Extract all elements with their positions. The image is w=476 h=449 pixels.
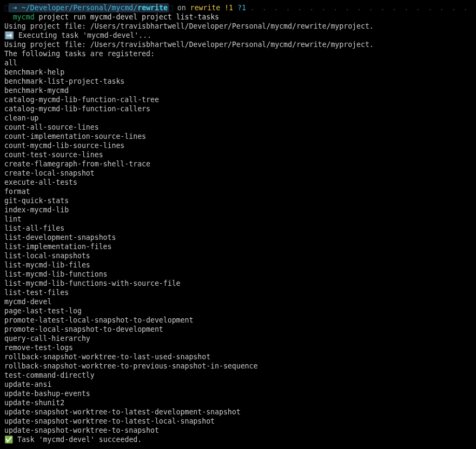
- arrow-icon: ➜: [13, 4, 17, 12]
- task-item: list-implementation-files: [4, 242, 472, 251]
- task-item: count-mycmd-lib-source-lines: [4, 141, 472, 150]
- task-item: list-mycmd-lib-functions: [4, 270, 472, 279]
- task-item: lint: [4, 215, 472, 224]
- task-item: clean-up: [4, 113, 472, 123]
- command-line[interactable]: mycmd project run mycmd-devel project li…: [4, 12, 472, 22]
- output-done-line: ✅ Task 'mycmd-devel' succeeded.: [4, 435, 472, 444]
- task-item: benchmark-mycmd: [4, 86, 472, 95]
- task-item: rollback-snapshot-worktree-to-last-used-…: [4, 352, 472, 361]
- task-item: format: [4, 187, 472, 196]
- prompt-pill: ➜ ~/Developer/Personal/mycmd/rewrite: [9, 3, 169, 12]
- on-word: on: [177, 4, 186, 12]
- task-item: list-test-files: [4, 288, 472, 297]
- task-item: create-flamegraph-from-shell-trace: [4, 159, 472, 169]
- output-using-1: Using project file: /Users/travisbhartwe…: [4, 22, 472, 31]
- prompt-cap-right: : [169, 4, 173, 12]
- task-item: list-mycmd-lib-files: [4, 260, 472, 270]
- task-item: git-quick-stats: [4, 196, 472, 205]
- task-item: page-last-test-log: [4, 306, 472, 316]
- task-item: list-local-snapshots: [4, 251, 472, 260]
- output-using-2: Using project file: /Users/travisbhartwe…: [4, 40, 472, 49]
- task-item: all: [4, 58, 472, 68]
- output-task-heading: The following tasks are registered:: [4, 49, 472, 58]
- task-item: execute-all-tests: [4, 178, 472, 187]
- home-tilde: ~: [22, 4, 26, 12]
- task-item: create-local-snapshot: [4, 169, 472, 178]
- task-item: rollback-snapshot-worktree-to-previous-s…: [4, 361, 472, 371]
- task-item: update-snapshot-worktree-to-latest-local…: [4, 417, 472, 426]
- task-item: update-bashup-events: [4, 389, 472, 398]
- command-program: mycmd: [13, 13, 35, 21]
- task-item: benchmark-list-project-tasks: [4, 77, 472, 86]
- shell-prompt: ➜ ~/Developer/Personal/mycmd/rewrite o…: [4, 3, 472, 12]
- task-item: remove-test-logs: [4, 343, 472, 352]
- task-item: count-test-source-lines: [4, 150, 472, 159]
- git-flag-untracked: ?1: [237, 4, 246, 12]
- output-done-text: Task 'mycmd-devel' succeeded.: [17, 435, 142, 444]
- task-item: test-command-directly: [4, 371, 472, 380]
- cwd-leaf: rewrite: [137, 4, 168, 12]
- task-item: promote-latest-local-snapshot-to-develop…: [4, 316, 472, 325]
- task-item: list-mycmd-lib-functions-with-source-fil…: [4, 279, 472, 288]
- task-item: list-development-snapshots: [4, 233, 472, 242]
- task-item: index-mycmd-lib: [4, 205, 472, 215]
- task-item: update-ansi: [4, 380, 472, 389]
- command-args: project run mycmd-devel project list-tas…: [39, 13, 219, 21]
- prompt-cap-left: : [4, 4, 9, 12]
- task-item: mycmd-devel: [4, 297, 472, 306]
- task-item: count-implementation-source-lines: [4, 132, 472, 141]
- output-executing-text: Executing task 'mycmd-devel'...: [18, 31, 151, 39]
- git-branch: rewrite: [190, 4, 221, 12]
- task-list: allbenchmark-helpbenchmark-list-project-…: [4, 58, 472, 435]
- task-item: list-all-files: [4, 224, 472, 233]
- task-item: update-snapshot-worktree-to-latest-devel…: [4, 407, 472, 417]
- arrow-right-icon: ➡️: [4, 31, 14, 39]
- task-item: query-call-hierarchy: [4, 334, 472, 343]
- task-item: count-all-source-lines: [4, 123, 472, 132]
- task-item: promote-local-snapshot-to-development: [4, 325, 472, 334]
- task-item: catalog-mycmd-lib-function-call-tree: [4, 95, 472, 104]
- git-flag-dirty: !1: [224, 4, 233, 12]
- task-item: update-snapshot-worktree-to-snapshot: [4, 426, 472, 435]
- check-icon: ✅: [4, 435, 13, 444]
- task-item: catalog-mycmd-lib-function-callers: [4, 104, 472, 113]
- task-item: update-shunit2: [4, 398, 472, 407]
- output-executing: ➡️ Executing task 'mycmd-devel'...: [4, 31, 472, 40]
- task-item: benchmark-help: [4, 68, 472, 77]
- prompt-fill-dots: . . . . . . . . . . . . . . . . . . . . …: [250, 4, 476, 12]
- cwd-path: /Developer/Personal/mycmd/: [26, 4, 137, 12]
